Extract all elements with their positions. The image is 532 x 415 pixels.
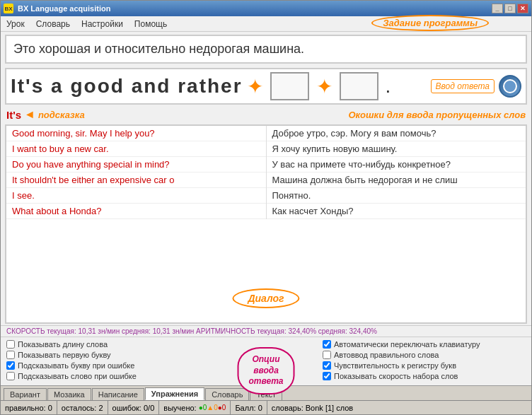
- dialog-cell-en: It shouldn't be either an expensive car …: [6, 173, 266, 188]
- menu-help[interactable]: Помощь: [132, 18, 170, 30]
- minimize-button[interactable]: _: [492, 4, 503, 13]
- input-area: It's a good and rather ✦ ✦ . Ввод ответа: [5, 68, 527, 105]
- option-left-row: Подсказывать слово при ошибке: [6, 372, 209, 380]
- app-icon: BX: [4, 4, 13, 13]
- dialog-cell-en: I want to buy a new car.: [6, 141, 266, 157]
- option-checkbox[interactable]: [6, 340, 15, 349]
- period: .: [386, 75, 391, 98]
- dialog-table: Good morning, sir. May I help you? Добро…: [6, 126, 526, 219]
- hint-arrow-icon: ◄: [24, 108, 35, 121]
- status-remaining: осталось: 2: [57, 401, 108, 414]
- dialog-row: Do you have anything special in mind? У …: [6, 157, 526, 173]
- window-controls: _ □ ✕: [492, 4, 528, 13]
- dialog-row: Good morning, sir. May I help you? Добро…: [6, 126, 526, 141]
- option-label: Показывать скорость набора слов: [334, 372, 458, 380]
- dialog-cell-en: Good morning, sir. May I help you?: [6, 126, 266, 141]
- tab-словарь[interactable]: Словарь: [205, 388, 249, 400]
- window-title: BX Language acquisition: [18, 4, 487, 13]
- hint-label: подсказка: [38, 110, 85, 120]
- close-button[interactable]: ✕: [517, 4, 528, 13]
- title-bar: BX BX Language acquisition _ □ ✕: [1, 1, 531, 16]
- option-label: Чувствительность к регистру букв: [334, 361, 456, 370]
- option-right-row: Автоввод правильного слова: [323, 351, 526, 359]
- option-left-row: Подсказывать букву при ошибке: [6, 361, 209, 370]
- dialog-row: I see. Понятно.: [6, 188, 526, 204]
- option-left-row: Показывать длину слова: [6, 340, 209, 349]
- blank-star-1: ✦: [247, 75, 263, 98]
- input-button-area: Ввод ответа: [431, 75, 521, 98]
- option-label: Показывать первую букву: [18, 351, 111, 359]
- status-correct: правильно: 0: [1, 401, 57, 414]
- task-label: Задание программы: [371, 15, 489, 31]
- hint-text: It's: [6, 109, 21, 121]
- stats-bar: СКОРОСТЬ текущая: 10,31 зн/мин средняя: …: [1, 325, 531, 337]
- blanks-label: Окошки для ввода пропущенных слов: [348, 110, 526, 120]
- option-label: Автоввод правильного слова: [334, 351, 439, 359]
- dialog-cell-en: I see.: [6, 188, 266, 204]
- dialog-cell-en: Do you have anything special in mind?: [6, 157, 266, 173]
- input-text-before: It's a good and rather: [11, 75, 243, 98]
- dialog-cell-ru: Как насчет Хонды?: [266, 204, 526, 219]
- status-learned: выучено: ●0 ▲0 ●0: [159, 401, 231, 414]
- menu-settings[interactable]: Настройки: [79, 18, 126, 30]
- option-right-row: Чувствительность к регистру букв: [323, 361, 526, 370]
- dialog-area: Good morning, sir. May I help you? Добро…: [5, 124, 527, 324]
- status-dictionary: словарь: Bonk [1] слов: [267, 401, 357, 414]
- maximize-button[interactable]: □: [504, 4, 516, 13]
- status-bar: правильно: 0 осталось: 2 ошибок: 0/0 выу…: [1, 400, 531, 414]
- dialog-row: I want to buy a new car. Я хочу купить н…: [6, 141, 526, 157]
- input-blank-2[interactable]: [340, 72, 378, 100]
- tab-упражнения[interactable]: Упражнения: [145, 387, 204, 400]
- option-checkbox[interactable]: [323, 340, 331, 349]
- option-label: Показывать длину слова: [18, 340, 108, 349]
- menu-lesson[interactable]: Урок: [4, 18, 28, 30]
- option-checkbox[interactable]: [323, 372, 331, 380]
- option-checkbox[interactable]: [6, 372, 15, 380]
- learned-dot-green: ●0: [199, 404, 207, 411]
- submit-button[interactable]: [499, 75, 521, 98]
- dialog-cell-ru: Доброе утро, сэр. Могу я вам помочь?: [266, 126, 526, 141]
- option-left-row: Показывать первую букву: [6, 351, 209, 359]
- learned-dot-orange: ▲0: [207, 404, 217, 411]
- menu-dictionary[interactable]: Словарь: [33, 18, 73, 30]
- option-checkbox[interactable]: [323, 351, 331, 359]
- dialog-cell-ru: Я хочу купить новую машину.: [266, 141, 526, 157]
- option-right-row: Автоматически переключать клавиатуру: [323, 340, 526, 349]
- option-checkbox[interactable]: [6, 361, 15, 370]
- dialog-cell-en: What about a Honda?: [6, 204, 266, 219]
- sentence-display: Это хорошая и относительно недорогая маш…: [5, 35, 527, 64]
- dialog-row: What about a Honda? Как насчет Хонды?: [6, 204, 526, 219]
- learned-dot-red: ●0: [218, 404, 226, 411]
- tab-написание[interactable]: Написание: [92, 388, 144, 400]
- sentence-text: Это хорошая и относительно недорогая маш…: [13, 42, 304, 56]
- options-center-label: Опции вводаответа: [238, 347, 295, 394]
- menu-bar: Урок Словарь Настройки Помощь Задание пр…: [1, 16, 531, 32]
- submit-icon: [503, 79, 517, 93]
- option-label: Подсказывать слово при ошибке: [18, 372, 137, 380]
- option-checkbox[interactable]: [6, 351, 15, 359]
- options-left: Показывать длину словаПоказывать первую …: [6, 340, 209, 382]
- option-label: Подсказывать букву при ошибке: [18, 361, 134, 370]
- tab-мозаика[interactable]: Мозаика: [47, 388, 91, 400]
- options-right: Автоматически переключать клавиатуруАвто…: [323, 340, 526, 382]
- answer-label: Ввод ответа: [431, 79, 495, 93]
- status-score: Балл: 0: [231, 401, 267, 414]
- status-errors: ошибок: 0/0: [108, 401, 160, 414]
- option-label: Автоматически переключать клавиатуру: [334, 340, 480, 349]
- dialog-cell-ru: У вас на примете что-нибудь конкретное?: [266, 157, 526, 173]
- options-center: Опции вводаответа: [216, 340, 316, 382]
- input-blank-1[interactable]: [270, 72, 309, 100]
- options-area: Показывать длину словаПоказывать первую …: [1, 337, 531, 385]
- tab-вариант[interactable]: Вариант: [4, 388, 47, 400]
- option-right-row: Показывать скорость набора слов: [323, 372, 526, 380]
- dialog-label: Диалог: [232, 288, 299, 308]
- blank-star-2: ✦: [316, 75, 332, 98]
- dialog-row: It shouldn't be either an expensive car …: [6, 173, 526, 188]
- hint-area: It's ◄ подсказка Окошки для ввода пропущ…: [1, 106, 531, 123]
- stats-text: СКОРОСТЬ текущая: 10,31 зн/мин средняя: …: [6, 327, 377, 335]
- main-window: BX BX Language acquisition _ □ ✕ Урок Сл…: [0, 0, 532, 415]
- dialog-cell-ru: Машина должна быть недорогая и не слиш: [266, 173, 526, 188]
- dialog-cell-ru: Понятно.: [266, 188, 526, 204]
- option-checkbox[interactable]: [323, 361, 331, 370]
